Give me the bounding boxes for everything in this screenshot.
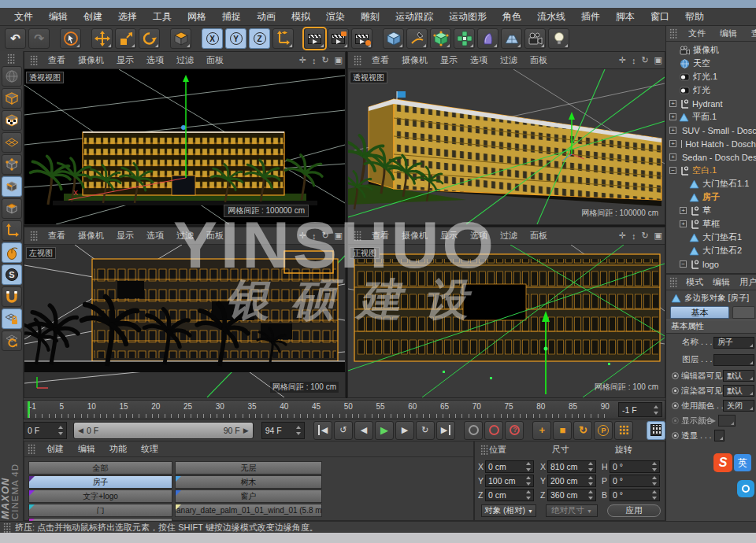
size-x-field[interactable]: 810 cm — [547, 460, 596, 473]
viewport-menu-item[interactable]: 摄像机 — [395, 54, 434, 66]
name-input[interactable]: 房子 — [713, 337, 754, 349]
frame-range-slider[interactable]: ◀ 0 F 90 F ▶ — [73, 422, 254, 439]
lock-z-axis-button[interactable]: Z — [249, 28, 270, 49]
tab-next-partial[interactable] — [732, 306, 755, 319]
viewport-menu-item[interactable]: 过滤 — [494, 54, 524, 66]
expand-toggle-icon[interactable]: + — [669, 153, 676, 161]
viewport-pan-icon[interactable]: ✛ — [299, 55, 306, 65]
viewport-menu-item[interactable]: 面板 — [524, 54, 554, 66]
viewport-menu-item[interactable]: 过滤 — [170, 54, 200, 66]
object-tree-item[interactable]: 大门垫石1 — [666, 231, 756, 244]
menubar-item[interactable]: 窗口 — [643, 10, 677, 24]
object-tree-item[interactable]: 房子 — [666, 190, 756, 204]
object-tree-item[interactable]: 摄像机 — [666, 43, 756, 57]
use-color-dropdown[interactable]: 关闭 — [723, 400, 754, 412]
viewport-menu-item[interactable]: 显示 — [110, 230, 140, 242]
add-mograph-cloner-button[interactable] — [454, 28, 475, 49]
play-button[interactable]: ▶ — [375, 421, 394, 440]
rot-h-field[interactable]: 0 ° — [610, 460, 660, 473]
panel-grip[interactable] — [3, 523, 12, 533]
am-menu-item[interactable]: 用户数据 — [735, 276, 756, 288]
autokey-button[interactable] — [484, 421, 503, 440]
om-menu-item[interactable]: 文件 — [681, 28, 713, 39]
viewport-pan-icon[interactable]: ✛ — [619, 231, 626, 241]
object-tree-item[interactable]: +Sedan - Dosch Des — [666, 150, 756, 164]
polygon-mode-button[interactable] — [2, 198, 22, 219]
viewport-maximize-icon[interactable]: ▣ — [654, 231, 662, 241]
viewport-rotate-icon[interactable]: ↻ — [321, 55, 328, 65]
texture-mode-button[interactable] — [2, 110, 22, 131]
object-tree-item[interactable]: +草框 — [666, 217, 756, 231]
ime-language-button[interactable]: 英 — [734, 454, 751, 471]
am-menu-item[interactable]: 模式 — [681, 276, 708, 288]
end-frame-field[interactable]: 94 F — [261, 422, 305, 439]
viewport-menu-item[interactable]: 选项 — [464, 230, 494, 242]
render-to-picture-viewer-button[interactable] — [328, 28, 349, 49]
slider-left-arrow-icon[interactable]: ◀ — [78, 427, 83, 434]
expand-toggle-icon[interactable]: + — [669, 100, 676, 107]
menubar-item[interactable]: 插件 — [573, 10, 608, 24]
current-frame-field[interactable]: 0 F — [24, 422, 67, 439]
sogou-logo-icon[interactable]: S — [713, 453, 732, 472]
viewport-rotate-icon[interactable]: ↻ — [321, 231, 328, 241]
viewport-maximize-icon[interactable]: ▣ — [335, 231, 343, 241]
add-deformer-button[interactable] — [477, 28, 498, 49]
layer-menu-item[interactable]: 纹理 — [134, 443, 165, 455]
expand-toggle-icon[interactable]: + — [680, 207, 687, 214]
radio-icon[interactable] — [672, 402, 679, 409]
viewport-menu-item[interactable]: 选项 — [140, 54, 170, 66]
layer-cell-windows[interactable]: 窗户 — [175, 489, 322, 503]
render-visibility-dropdown[interactable]: 默认 — [723, 385, 754, 397]
menubar-item[interactable]: 角色 — [495, 10, 529, 24]
viewport-maximize-icon[interactable]: ▣ — [654, 55, 662, 65]
play-reverse-button[interactable]: ↺ — [334, 421, 353, 440]
object-tree-item[interactable]: −logo — [666, 257, 756, 271]
layer-cell-all[interactable]: 全部 — [28, 461, 172, 475]
panel-grip[interactable] — [354, 231, 362, 241]
object-tree-item[interactable]: 大门垫石2 — [666, 244, 756, 257]
timeline-ruler[interactable]: -15 1015 2025 3035 4045 5055 6065 7075 8… — [24, 400, 665, 419]
key-rotation-toggle[interactable]: ↻ — [573, 421, 592, 440]
ruler-frame-field[interactable]: -1 F — [618, 402, 662, 417]
record-active-objects-button[interactable] — [464, 421, 483, 440]
panel-grip[interactable] — [354, 55, 362, 65]
expand-toggle-icon[interactable]: + — [680, 220, 687, 227]
key-position-toggle[interactable]: + — [532, 421, 551, 440]
menubar-item[interactable]: 帮助 — [677, 10, 712, 24]
object-tree-item[interactable]: +Hydrant — [666, 97, 756, 110]
viewport-menu-item[interactable]: 查看 — [42, 230, 72, 242]
workplane-lock-button[interactable] — [2, 308, 22, 329]
viewport-menu-item[interactable]: 面板 — [200, 54, 230, 66]
viewport-zoom-icon[interactable]: ↕ — [312, 231, 317, 241]
rot-p-field[interactable]: 0 ° — [610, 475, 660, 487]
lock-x-axis-button[interactable]: X — [202, 28, 223, 49]
viewport-menu-item[interactable]: 显示 — [110, 54, 140, 66]
viewport-zoom-icon[interactable]: ↕ — [312, 56, 317, 65]
next-frame-button[interactable]: ▶ — [395, 421, 414, 440]
layer-cell-house[interactable]: 房子 — [28, 475, 172, 489]
pos-x-field[interactable]: 0 cm — [485, 460, 534, 473]
collapse-toggle-icon[interactable]: − — [669, 167, 676, 174]
last-tool-cube-button[interactable] — [170, 28, 191, 49]
rot-b-field[interactable]: 0 ° — [610, 489, 660, 501]
radio-icon[interactable] — [672, 432, 679, 439]
viewport-scene-front[interactable] — [348, 245, 665, 397]
radio-icon[interactable] — [672, 372, 679, 379]
editor-visibility-dropdown[interactable]: 默认 — [723, 370, 754, 382]
make-editable-button[interactable] — [2, 66, 22, 87]
undo-button[interactable]: ↶ — [5, 28, 26, 49]
expand-toggle-icon[interactable]: + — [669, 127, 676, 134]
render-view-button[interactable] — [304, 28, 325, 49]
object-tree-item[interactable]: +Hot Hatch - Dosch — [666, 137, 756, 150]
object-tree-item[interactable]: +平面.1 — [666, 110, 756, 124]
menubar-item[interactable]: 流水线 — [529, 10, 573, 24]
add-camera-button[interactable] — [524, 28, 546, 49]
menubar-item[interactable]: 运动跟踪 — [387, 10, 441, 24]
ime-widget[interactable]: S 英 — [713, 453, 751, 472]
slider-right-arrow-icon[interactable]: ▶ — [243, 427, 249, 434]
move-tool-button[interactable] — [91, 28, 113, 49]
snapping-button[interactable] — [2, 286, 22, 307]
am-menu-item[interactable]: 编辑 — [708, 276, 735, 288]
menubar-item[interactable]: 捕捉 — [214, 10, 249, 24]
pos-z-field[interactable]: 0 cm — [485, 489, 534, 501]
